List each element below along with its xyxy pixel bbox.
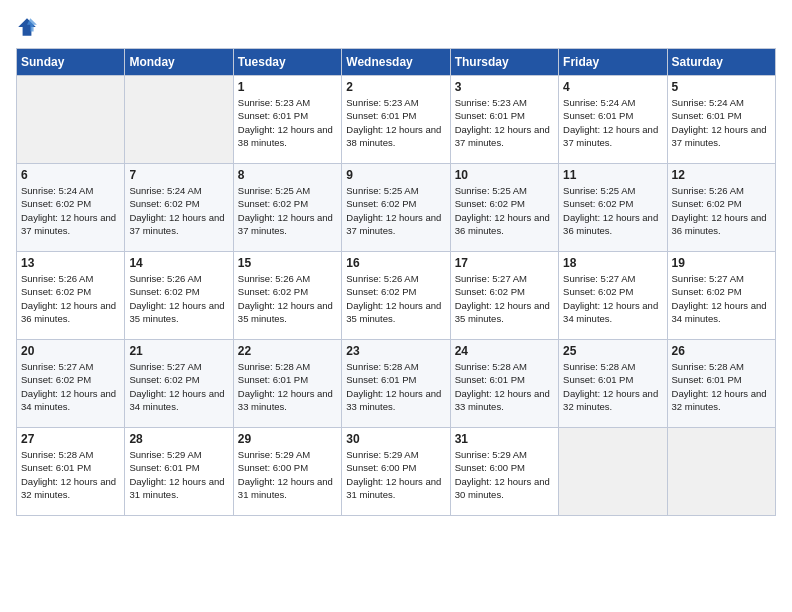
calendar-table: SundayMondayTuesdayWednesdayThursdayFrid…: [16, 48, 776, 516]
header-monday: Monday: [125, 49, 233, 76]
day-number: 23: [346, 344, 445, 358]
calendar-week-row: 27 Sunrise: 5:28 AM Sunset: 6:01 PM Dayl…: [17, 428, 776, 516]
sunset-text: Sunset: 6:01 PM: [21, 461, 120, 474]
day-number: 9: [346, 168, 445, 182]
cell-info: Sunrise: 5:27 AM Sunset: 6:02 PM Dayligh…: [129, 360, 228, 413]
day-number: 8: [238, 168, 337, 182]
sunrise-text: Sunrise: 5:28 AM: [21, 448, 120, 461]
sunset-text: Sunset: 6:02 PM: [563, 197, 662, 210]
sunset-text: Sunset: 6:01 PM: [346, 373, 445, 386]
day-number: 14: [129, 256, 228, 270]
day-number: 20: [21, 344, 120, 358]
calendar-week-row: 13 Sunrise: 5:26 AM Sunset: 6:02 PM Dayl…: [17, 252, 776, 340]
header-friday: Friday: [559, 49, 667, 76]
cell-info: Sunrise: 5:25 AM Sunset: 6:02 PM Dayligh…: [238, 184, 337, 237]
calendar-cell: 14 Sunrise: 5:26 AM Sunset: 6:02 PM Dayl…: [125, 252, 233, 340]
sunset-text: Sunset: 6:01 PM: [238, 109, 337, 122]
sunrise-text: Sunrise: 5:25 AM: [238, 184, 337, 197]
cell-info: Sunrise: 5:23 AM Sunset: 6:01 PM Dayligh…: [455, 96, 554, 149]
daylight-text: Daylight: 12 hours and 33 minutes.: [455, 387, 554, 414]
calendar-cell: 1 Sunrise: 5:23 AM Sunset: 6:01 PM Dayli…: [233, 76, 341, 164]
sunset-text: Sunset: 6:00 PM: [238, 461, 337, 474]
sunrise-text: Sunrise: 5:27 AM: [563, 272, 662, 285]
sunset-text: Sunset: 6:02 PM: [455, 285, 554, 298]
sunset-text: Sunset: 6:01 PM: [346, 109, 445, 122]
cell-info: Sunrise: 5:26 AM Sunset: 6:02 PM Dayligh…: [238, 272, 337, 325]
sunset-text: Sunset: 6:02 PM: [346, 197, 445, 210]
sunset-text: Sunset: 6:00 PM: [346, 461, 445, 474]
calendar-cell: 26 Sunrise: 5:28 AM Sunset: 6:01 PM Dayl…: [667, 340, 775, 428]
daylight-text: Daylight: 12 hours and 34 minutes.: [21, 387, 120, 414]
sunrise-text: Sunrise: 5:26 AM: [238, 272, 337, 285]
sunrise-text: Sunrise: 5:25 AM: [455, 184, 554, 197]
cell-info: Sunrise: 5:28 AM Sunset: 6:01 PM Dayligh…: [563, 360, 662, 413]
calendar-cell: 5 Sunrise: 5:24 AM Sunset: 6:01 PM Dayli…: [667, 76, 775, 164]
cell-info: Sunrise: 5:24 AM Sunset: 6:02 PM Dayligh…: [21, 184, 120, 237]
calendar-cell: 23 Sunrise: 5:28 AM Sunset: 6:01 PM Dayl…: [342, 340, 450, 428]
daylight-text: Daylight: 12 hours and 36 minutes.: [455, 211, 554, 238]
cell-info: Sunrise: 5:28 AM Sunset: 6:01 PM Dayligh…: [346, 360, 445, 413]
cell-info: Sunrise: 5:23 AM Sunset: 6:01 PM Dayligh…: [238, 96, 337, 149]
cell-info: Sunrise: 5:25 AM Sunset: 6:02 PM Dayligh…: [455, 184, 554, 237]
daylight-text: Daylight: 12 hours and 35 minutes.: [238, 299, 337, 326]
day-number: 11: [563, 168, 662, 182]
sunset-text: Sunset: 6:02 PM: [455, 197, 554, 210]
sunset-text: Sunset: 6:02 PM: [21, 197, 120, 210]
daylight-text: Daylight: 12 hours and 37 minutes.: [346, 211, 445, 238]
cell-info: Sunrise: 5:24 AM Sunset: 6:01 PM Dayligh…: [563, 96, 662, 149]
sunset-text: Sunset: 6:01 PM: [672, 373, 771, 386]
cell-info: Sunrise: 5:24 AM Sunset: 6:01 PM Dayligh…: [672, 96, 771, 149]
calendar-cell: 19 Sunrise: 5:27 AM Sunset: 6:02 PM Dayl…: [667, 252, 775, 340]
calendar-cell: 21 Sunrise: 5:27 AM Sunset: 6:02 PM Dayl…: [125, 340, 233, 428]
sunrise-text: Sunrise: 5:25 AM: [346, 184, 445, 197]
calendar-cell: 13 Sunrise: 5:26 AM Sunset: 6:02 PM Dayl…: [17, 252, 125, 340]
cell-info: Sunrise: 5:27 AM Sunset: 6:02 PM Dayligh…: [672, 272, 771, 325]
sunset-text: Sunset: 6:02 PM: [563, 285, 662, 298]
sunset-text: Sunset: 6:01 PM: [563, 373, 662, 386]
calendar-cell: 29 Sunrise: 5:29 AM Sunset: 6:00 PM Dayl…: [233, 428, 341, 516]
cell-info: Sunrise: 5:26 AM Sunset: 6:02 PM Dayligh…: [346, 272, 445, 325]
sunset-text: Sunset: 6:00 PM: [455, 461, 554, 474]
header-saturday: Saturday: [667, 49, 775, 76]
header-sunday: Sunday: [17, 49, 125, 76]
sunrise-text: Sunrise: 5:25 AM: [563, 184, 662, 197]
cell-info: Sunrise: 5:28 AM Sunset: 6:01 PM Dayligh…: [455, 360, 554, 413]
sunrise-text: Sunrise: 5:23 AM: [346, 96, 445, 109]
daylight-text: Daylight: 12 hours and 34 minutes.: [563, 299, 662, 326]
day-number: 10: [455, 168, 554, 182]
sunrise-text: Sunrise: 5:24 AM: [129, 184, 228, 197]
sunrise-text: Sunrise: 5:28 AM: [563, 360, 662, 373]
cell-info: Sunrise: 5:27 AM Sunset: 6:02 PM Dayligh…: [455, 272, 554, 325]
page-header: [16, 16, 776, 38]
calendar-cell: 3 Sunrise: 5:23 AM Sunset: 6:01 PM Dayli…: [450, 76, 558, 164]
calendar-cell: 25 Sunrise: 5:28 AM Sunset: 6:01 PM Dayl…: [559, 340, 667, 428]
cell-info: Sunrise: 5:26 AM Sunset: 6:02 PM Dayligh…: [21, 272, 120, 325]
sunset-text: Sunset: 6:02 PM: [129, 373, 228, 386]
daylight-text: Daylight: 12 hours and 32 minutes.: [21, 475, 120, 502]
daylight-text: Daylight: 12 hours and 38 minutes.: [238, 123, 337, 150]
sunset-text: Sunset: 6:02 PM: [672, 285, 771, 298]
daylight-text: Daylight: 12 hours and 31 minutes.: [238, 475, 337, 502]
daylight-text: Daylight: 12 hours and 37 minutes.: [21, 211, 120, 238]
calendar-cell: 24 Sunrise: 5:28 AM Sunset: 6:01 PM Dayl…: [450, 340, 558, 428]
sunrise-text: Sunrise: 5:29 AM: [346, 448, 445, 461]
day-number: 7: [129, 168, 228, 182]
calendar-cell: 30 Sunrise: 5:29 AM Sunset: 6:00 PM Dayl…: [342, 428, 450, 516]
daylight-text: Daylight: 12 hours and 31 minutes.: [346, 475, 445, 502]
cell-info: Sunrise: 5:29 AM Sunset: 6:00 PM Dayligh…: [346, 448, 445, 501]
daylight-text: Daylight: 12 hours and 30 minutes.: [455, 475, 554, 502]
calendar-cell: 8 Sunrise: 5:25 AM Sunset: 6:02 PM Dayli…: [233, 164, 341, 252]
cell-info: Sunrise: 5:23 AM Sunset: 6:01 PM Dayligh…: [346, 96, 445, 149]
daylight-text: Daylight: 12 hours and 38 minutes.: [346, 123, 445, 150]
day-number: 3: [455, 80, 554, 94]
day-number: 16: [346, 256, 445, 270]
sunrise-text: Sunrise: 5:28 AM: [455, 360, 554, 373]
sunset-text: Sunset: 6:02 PM: [346, 285, 445, 298]
sunrise-text: Sunrise: 5:28 AM: [346, 360, 445, 373]
sunrise-text: Sunrise: 5:26 AM: [346, 272, 445, 285]
calendar-cell: 20 Sunrise: 5:27 AM Sunset: 6:02 PM Dayl…: [17, 340, 125, 428]
calendar-week-row: 6 Sunrise: 5:24 AM Sunset: 6:02 PM Dayli…: [17, 164, 776, 252]
calendar-cell: 6 Sunrise: 5:24 AM Sunset: 6:02 PM Dayli…: [17, 164, 125, 252]
daylight-text: Daylight: 12 hours and 31 minutes.: [129, 475, 228, 502]
day-number: 24: [455, 344, 554, 358]
